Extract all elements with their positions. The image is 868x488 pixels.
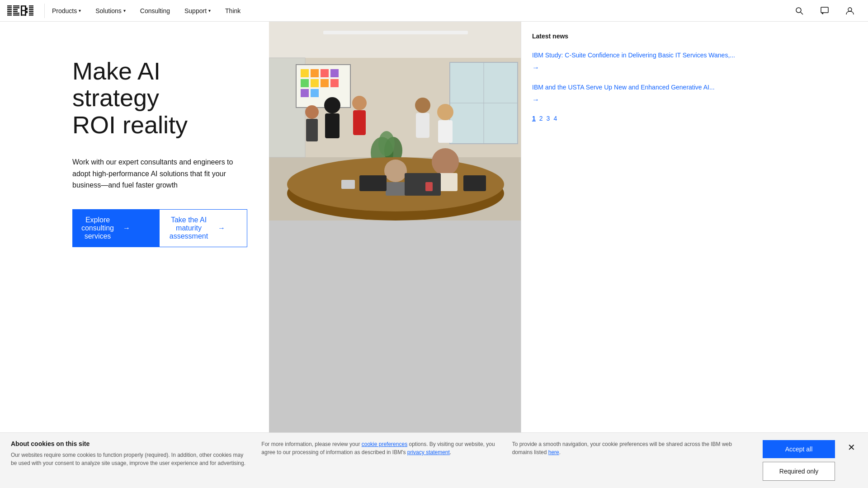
cookie-close-button[interactable]: ✕ [846, 440, 857, 455]
cookie-col-1: About cookies on this site Our websites … [11, 440, 250, 467]
svg-rect-62 [416, 113, 429, 138]
hero-title: Make AI strategy ROI reality [72, 58, 247, 138]
news-arrow-2[interactable]: → [532, 96, 857, 104]
svg-point-52 [378, 131, 395, 156]
user-button[interactable] [839, 0, 861, 22]
svg-rect-24 [29, 13, 33, 14]
svg-line-27 [801, 12, 803, 14]
accept-all-button[interactable]: Accept all [763, 440, 835, 458]
svg-rect-64 [438, 120, 453, 143]
news-pagination: 1 2 3 4 [532, 115, 857, 122]
cookie-col-3: To provide a smooth navigation, your coo… [512, 440, 752, 456]
svg-rect-22 [29, 9, 33, 10]
news-section-title: Latest news [532, 29, 857, 40]
meeting-scene-svg [269, 22, 521, 221]
svg-rect-0 [7, 5, 12, 7]
chevron-down-icon: ▾ [79, 8, 81, 13]
ibm-logo[interactable] [7, 5, 33, 16]
svg-rect-6 [13, 5, 19, 7]
svg-point-29 [848, 8, 852, 11]
svg-rect-15 [25, 5, 26, 10]
svg-rect-39 [301, 69, 309, 77]
chat-button[interactable] [814, 0, 835, 22]
news-link-2[interactable]: IBM and the USTA Serve Up New and Enhanc… [532, 83, 857, 92]
nav-links: Products ▾ Solutions ▾ Consulting Suppor… [45, 0, 788, 22]
required-only-button[interactable]: Required only [763, 462, 835, 481]
svg-rect-19 [26, 11, 28, 13]
svg-rect-70 [405, 173, 441, 196]
hero-buttons: Explore consulting services → Take the A… [72, 209, 247, 247]
privacy-statement-link[interactable]: privacy statement [407, 449, 450, 455]
svg-rect-73 [425, 182, 433, 191]
svg-point-26 [796, 8, 801, 13]
svg-rect-71 [341, 180, 355, 189]
svg-rect-10 [13, 13, 19, 14]
svg-rect-66 [386, 182, 406, 196]
svg-rect-8 [13, 9, 18, 10]
search-button[interactable] [788, 0, 810, 22]
hero-description: Work with our expert consultants and eng… [72, 156, 244, 191]
svg-rect-60 [353, 110, 366, 135]
arrow-right-icon: → [218, 224, 225, 232]
news-item-1: IBM Study: C-Suite Confidence in Deliver… [532, 51, 857, 72]
cookie-preferences-link[interactable]: cookie preferences [362, 441, 407, 447]
svg-rect-45 [321, 79, 329, 87]
svg-rect-43 [301, 79, 309, 87]
svg-rect-1 [7, 7, 12, 9]
hero-image [269, 22, 521, 488]
cookie-col-2: For more information, please review your… [261, 440, 501, 456]
svg-rect-47 [301, 89, 309, 97]
search-icon [795, 6, 804, 15]
cookie-heading: About cookies on this site [11, 440, 250, 447]
news-panel: Latest news IBM Study: C-Suite Confidenc… [521, 22, 868, 488]
arrow-right-icon: → [123, 224, 130, 232]
svg-point-55 [324, 97, 340, 113]
nav-item-products[interactable]: Products ▾ [45, 0, 88, 22]
page-1[interactable]: 1 [532, 115, 536, 122]
svg-rect-28 [821, 7, 828, 13]
page-3[interactable]: 3 [547, 115, 550, 122]
cookie-actions: Accept all Required only [763, 440, 835, 481]
nav-item-support[interactable]: Support ▾ [177, 0, 218, 22]
news-arrow-1[interactable]: → [532, 64, 857, 72]
user-icon [845, 6, 854, 15]
hero-left: Make AI strategy ROI reality Work with o… [0, 22, 269, 488]
svg-rect-48 [311, 89, 319, 97]
svg-rect-11 [13, 14, 19, 16]
nav-item-consulting[interactable]: Consulting [133, 0, 177, 22]
svg-rect-46 [330, 79, 339, 87]
meeting-room-image [269, 22, 521, 221]
svg-rect-31 [269, 22, 521, 58]
svg-rect-17 [21, 10, 26, 11]
cookie-col3-text: To provide a smooth navigation, your coo… [512, 440, 752, 456]
chevron-down-icon: ▾ [123, 8, 126, 13]
svg-rect-25 [29, 14, 33, 16]
nav-item-think[interactable]: Think [218, 0, 248, 22]
svg-rect-4 [7, 13, 12, 14]
svg-point-63 [437, 104, 453, 120]
chevron-down-icon: ▾ [208, 8, 211, 13]
svg-rect-18 [26, 8, 28, 10]
nav-item-solutions[interactable]: Solutions ▾ [88, 0, 133, 22]
page-2[interactable]: 2 [539, 115, 543, 122]
svg-point-59 [352, 96, 367, 110]
svg-rect-21 [29, 7, 33, 9]
svg-rect-16 [25, 11, 26, 16]
cookie-col1-text: Our websites require some cookies to fun… [11, 451, 250, 467]
nav-right-icons [788, 0, 861, 22]
news-link-1[interactable]: IBM Study: C-Suite Confidence in Deliver… [532, 51, 857, 60]
main-nav: Products ▾ Solutions ▾ Consulting Suppor… [0, 0, 868, 22]
svg-rect-42 [330, 69, 339, 77]
page-4[interactable]: 4 [553, 115, 557, 122]
svg-point-65 [384, 160, 407, 182]
svg-rect-32 [323, 31, 468, 34]
chat-icon [820, 6, 829, 15]
domains-list-link[interactable]: here [548, 449, 559, 455]
explore-consulting-button[interactable]: Explore consulting services → [72, 209, 159, 247]
main-wrapper: Make AI strategy ROI reality Work with o… [0, 22, 868, 488]
svg-rect-69 [359, 175, 387, 191]
svg-rect-3 [7, 11, 12, 12]
svg-point-57 [305, 105, 319, 119]
news-item-2: IBM and the USTA Serve Up New and Enhanc… [532, 83, 857, 104]
ai-maturity-button[interactable]: Take the AI maturity assessment → [159, 209, 247, 247]
